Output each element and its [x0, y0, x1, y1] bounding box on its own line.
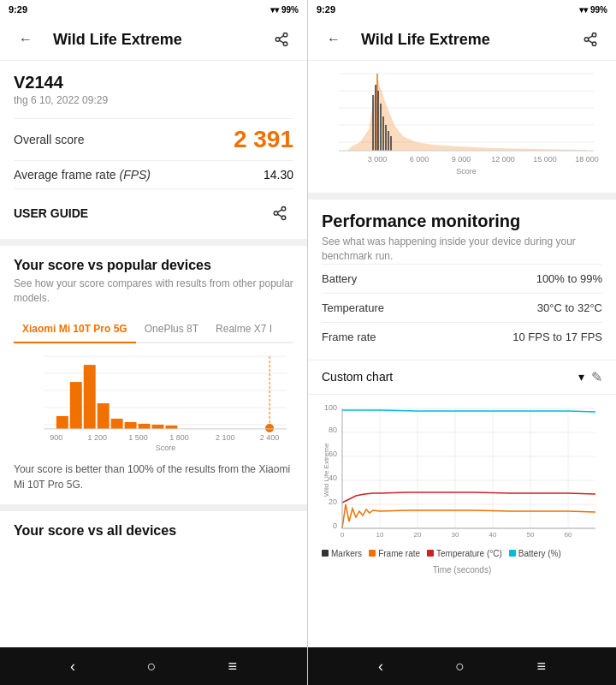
legend-markers: Markers: [322, 549, 362, 558]
fps-label: Average frame rate (FPS): [14, 168, 151, 182]
legend-label-markers: Markers: [331, 549, 362, 558]
legend-battery: Battery (%): [509, 549, 561, 558]
wifi-icon-right: ▾▾: [579, 5, 588, 15]
tab-xiaomi[interactable]: Xiaomi Mi 10T Pro 5G: [14, 316, 136, 343]
status-icons-left: ▾▾ 99%: [270, 5, 299, 15]
svg-point-6: [274, 211, 278, 216]
share-button-left[interactable]: [268, 26, 295, 53]
svg-text:Score: Score: [456, 167, 477, 176]
svg-text:60: 60: [565, 531, 572, 539]
legend-label-battery: Battery (%): [518, 549, 561, 558]
share-button-right[interactable]: [577, 26, 604, 53]
svg-text:100: 100: [324, 403, 337, 412]
svg-point-7: [281, 216, 286, 220]
wifi-icon-left: ▾▾: [270, 5, 279, 15]
svg-line-38: [588, 36, 592, 39]
svg-rect-21: [139, 424, 151, 429]
svg-text:3 000: 3 000: [368, 155, 388, 164]
nav-home-right[interactable]: ○: [455, 658, 465, 676]
nav-back-right[interactable]: ‹: [378, 658, 383, 676]
custom-chart-dropdown[interactable]: Custom chart ▾: [322, 370, 584, 384]
svg-line-3: [279, 40, 283, 43]
svg-text:9 000: 9 000: [452, 155, 471, 164]
metric-battery: Battery 100% to 99%: [322, 264, 602, 293]
nav-menu-left[interactable]: ≡: [228, 658, 238, 676]
status-time-right: 9:29: [317, 4, 335, 15]
device-date: thg 6 10, 2022 09:29: [14, 94, 293, 106]
perf-section: Performance monitoring See what was happ…: [308, 200, 616, 360]
svg-rect-18: [98, 403, 110, 429]
nav-menu-icon-left: ≡: [228, 658, 238, 676]
svg-point-5: [281, 207, 286, 211]
perf-subtitle: See what was happening inside your devic…: [322, 235, 602, 264]
back-button-right[interactable]: ←: [320, 26, 347, 53]
nav-menu-right[interactable]: ≡: [536, 658, 546, 676]
svg-line-9: [277, 210, 281, 212]
legend-label-temperature: Temperature (°C): [436, 549, 502, 558]
svg-point-35: [584, 38, 589, 42]
nav-back-left[interactable]: ‹: [70, 658, 75, 676]
share-icon-left: [274, 32, 289, 47]
bar-chart-svg: 900 1 200 1 500 1 800 2 100 2 400 Score: [14, 352, 293, 455]
popular-section: Your score vs popular devices See how yo…: [0, 246, 307, 511]
perf-title: Performance monitoring: [322, 211, 602, 231]
custom-chart-label: Custom chart: [322, 370, 393, 384]
svg-text:1 200: 1 200: [87, 432, 106, 441]
battery-icon-left: 99%: [281, 5, 299, 15]
app-title-left: Wild Life Extreme: [53, 31, 268, 49]
svg-text:Wild Life Extreme: Wild Life Extreme: [323, 443, 330, 497]
legend-dot-battery: [509, 550, 516, 557]
user-guide-row: USER GUIDE: [14, 188, 293, 230]
svg-text:2 100: 2 100: [216, 432, 234, 441]
right-panel-content: 3 000 6 000 9 000 12 000 15 000 18 000 S…: [308, 61, 616, 647]
score-section: V2144 thg 6 10, 2022 09:29 Overall score…: [0, 61, 307, 246]
legend-dot-framerate: [369, 550, 376, 557]
status-icons-right: ▾▾ 99%: [579, 5, 607, 15]
tab-oneplus[interactable]: OnePlus 8T: [136, 316, 207, 342]
x-axis-label-right: Time (seconds): [308, 565, 616, 580]
nav-home-left[interactable]: ○: [147, 658, 157, 676]
tab-realme[interactable]: Realme X7 I: [207, 316, 281, 342]
edit-icon[interactable]: ✎: [591, 369, 602, 385]
svg-rect-20: [125, 422, 137, 429]
metric-framerate-val: 10 FPS to 17 FPS: [512, 331, 602, 343]
user-guide-share-button[interactable]: [266, 200, 293, 227]
svg-point-2: [283, 42, 287, 46]
metric-temperature: Temperature 30°C to 32°C: [322, 293, 602, 322]
all-devices-title: Your score vs all devices: [14, 523, 293, 539]
back-button-left[interactable]: ←: [12, 26, 39, 53]
back-icon-left: ←: [19, 32, 33, 47]
nav-home-icon-left: ○: [147, 658, 157, 676]
svg-text:15 000: 15 000: [533, 155, 557, 164]
app-bar-left: ← Wild Life Extreme: [0, 19, 307, 61]
popular-section-subtitle: See how your score compares with results…: [14, 277, 293, 306]
svg-rect-23: [165, 426, 177, 429]
svg-point-34: [592, 33, 596, 38]
svg-rect-17: [84, 365, 96, 429]
nav-back-icon-right: ‹: [378, 658, 383, 676]
svg-point-36: [592, 42, 596, 46]
status-time-left: 9:29: [9, 4, 27, 15]
line-chart-area: 0 20 40 60 80 100 Wild Life Extreme: [308, 395, 616, 545]
overall-score-label: Overall score: [14, 133, 84, 146]
nav-home-icon-right: ○: [455, 658, 465, 676]
custom-chart-row[interactable]: Custom chart ▾ ✎: [308, 360, 616, 395]
nav-menu-icon-right: ≡: [536, 658, 546, 676]
svg-text:1 800: 1 800: [169, 432, 188, 441]
device-tabs: Xiaomi Mi 10T Pro 5G OnePlus 8T Realme X…: [14, 316, 293, 343]
dist-chart-svg: 3 000 6 000 9 000 12 000 15 000 18 000 S…: [322, 69, 602, 181]
app-title-right: Wild Life Extreme: [361, 31, 577, 49]
nav-bar-left: ‹ ○ ≡: [0, 647, 307, 685]
metric-framerate: Frame rate 10 FPS to 17 FPS: [322, 322, 602, 351]
svg-text:12 000: 12 000: [491, 155, 515, 164]
svg-text:Score: Score: [156, 443, 175, 451]
score-better-text: Your score is better than 100% of the re…: [14, 462, 293, 492]
legend-label-framerate: Frame rate: [378, 549, 420, 558]
nav-bar-right: ‹ ○ ≡: [308, 647, 616, 685]
svg-text:1 500: 1 500: [128, 432, 147, 441]
svg-text:2 400: 2 400: [260, 432, 279, 441]
battery-icon-right: 99%: [590, 5, 607, 15]
svg-text:20: 20: [414, 531, 422, 539]
svg-point-0: [283, 33, 287, 38]
dist-chart-area: 3 000 6 000 9 000 12 000 15 000 18 000 S…: [308, 61, 616, 200]
